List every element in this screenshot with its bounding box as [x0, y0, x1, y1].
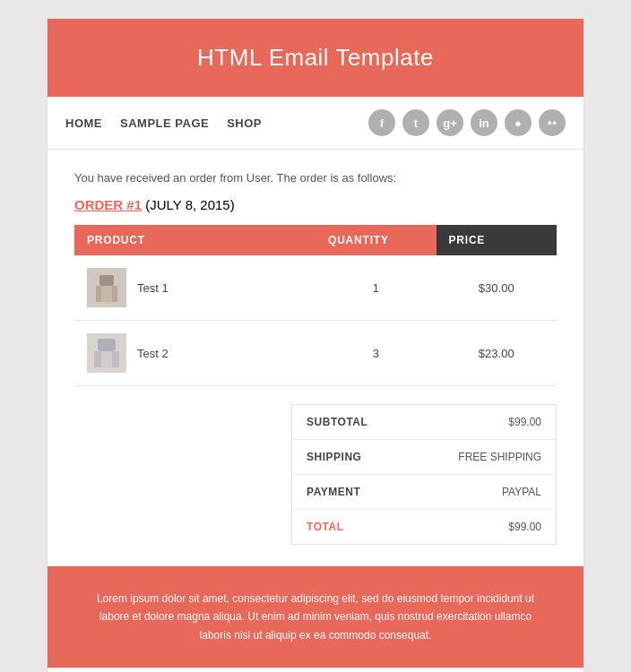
summary-row-shipping: SHIPPING FREE SHIPPING — [292, 440, 556, 475]
order-table: PRODUCT QUANTITY PRICE — [74, 225, 557, 386]
summary-row-total: TOTAL $99.00 — [292, 510, 556, 544]
product-cell-2: Test 2 — [74, 321, 316, 386]
shipping-label: SHIPPING — [307, 451, 361, 463]
summary-row-subtotal: SUBTOTAL $99.00 — [292, 405, 556, 440]
nav-instagram-icon[interactable]: ● — [505, 109, 532, 136]
email-nav: HOME SAMPLE PAGE SHOP f t g+ in ● ●● — [48, 97, 583, 150]
footer-colored: Lorem ipsum dolor sit amet, consectetur … — [48, 566, 583, 668]
product-name-2: Test 2 — [137, 347, 169, 360]
total-label: TOTAL — [307, 521, 343, 533]
email-title: HTML Email Template — [65, 44, 566, 72]
price-cell-2: $23.00 — [437, 321, 558, 386]
product-thumb-2 — [87, 333, 126, 373]
email-container: HTML Email Template HOME SAMPLE PAGE SHO… — [47, 18, 584, 672]
price-cell-1: $30.00 — [437, 255, 558, 321]
col-product: PRODUCT — [74, 225, 316, 255]
nav-home[interactable]: HOME — [65, 116, 102, 130]
summary-row-payment: PAYMENT PAYPAL — [292, 475, 556, 510]
svg-rect-3 — [101, 286, 112, 302]
svg-rect-7 — [101, 351, 112, 367]
nav-twitter-icon[interactable]: t — [402, 109, 429, 136]
total-value: $99.00 — [508, 521, 541, 533]
nav-googleplus-icon[interactable]: g+ — [437, 109, 463, 136]
subtotal-value: $99.00 — [508, 416, 541, 428]
table-row: Test 2 3 $23.00 — [74, 321, 557, 386]
order-date: (JULY 8, 2015) — [145, 197, 235, 212]
product-name-1: Test 1 — [137, 281, 169, 295]
nav-linkedin-icon[interactable]: in — [471, 109, 497, 136]
subtotal-label: SUBTOTAL — [307, 416, 367, 428]
nav-sample-page[interactable]: SAMPLE PAGE — [120, 116, 209, 130]
qty-cell-2: 3 — [316, 321, 437, 386]
nav-links: HOME SAMPLE PAGE SHOP — [65, 116, 262, 130]
col-quantity: QUANTITY — [316, 225, 437, 255]
nav-shop[interactable]: SHOP — [227, 116, 262, 130]
nav-facebook-icon[interactable]: f — [368, 109, 395, 136]
col-price: PRICE — [437, 225, 558, 255]
shipping-value: FREE SHIPPING — [458, 451, 541, 463]
payment-value: PAYPAL — [502, 486, 541, 498]
summary-wrapper: SUBTOTAL $99.00 SHIPPING FREE SHIPPING P… — [74, 404, 557, 545]
email-body: You have received an order from User. Th… — [48, 150, 583, 566]
nav-flickr-icon[interactable]: ●● — [539, 109, 566, 136]
footer-social: f t g+ in ● ●● — [48, 668, 583, 672]
table-row: Test 1 1 $30.00 — [74, 255, 557, 321]
intro-text: You have received an order from User. Th… — [74, 171, 557, 185]
nav-social-icons: f t g+ in ● ●● — [368, 109, 566, 136]
order-title: ORDER #1 (JULY 8, 2015) — [74, 197, 557, 212]
footer-text: Lorem ipsum dolor sit amet, consectetur … — [83, 590, 548, 644]
email-header: HTML Email Template — [48, 19, 583, 97]
svg-rect-1 — [99, 275, 114, 286]
svg-rect-5 — [98, 339, 116, 351]
payment-label: PAYMENT — [307, 486, 360, 498]
qty-cell-1: 1 — [316, 255, 437, 321]
product-cell-1: Test 1 — [74, 255, 316, 321]
order-link[interactable]: ORDER #1 — [74, 197, 142, 212]
product-thumb-1 — [87, 268, 126, 307]
summary-box: SUBTOTAL $99.00 SHIPPING FREE SHIPPING P… — [291, 404, 557, 545]
